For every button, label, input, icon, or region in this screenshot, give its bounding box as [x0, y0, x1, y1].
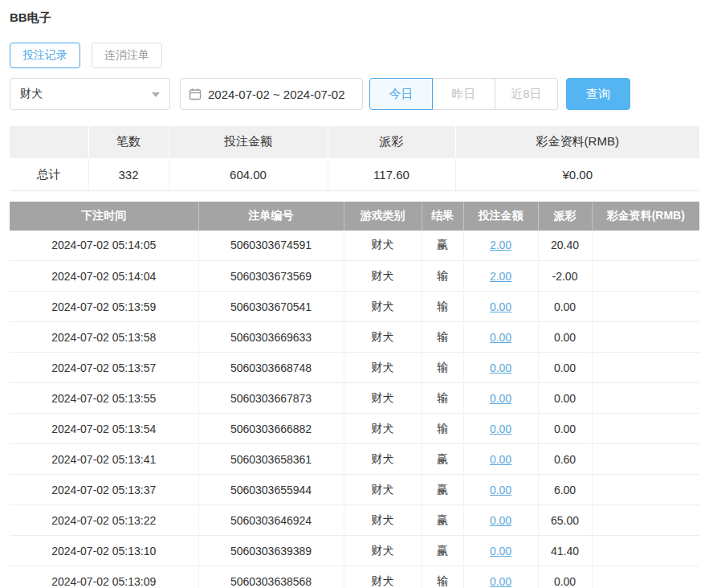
col-order-number: 注单编号 — [198, 202, 344, 231]
result-cell: 赢 — [422, 536, 463, 566]
bet-amount-cell: 0.00 — [463, 414, 538, 444]
bet-amount-link[interactable]: 0.00 — [490, 575, 511, 588]
bet-time-cell: 2024-07-02 05:13:37 — [10, 475, 198, 505]
game-type-cell: 财犬 — [344, 292, 422, 322]
order-number-cell: 5060303639389 — [198, 536, 344, 566]
bonus-cell — [592, 292, 699, 322]
bet-amount-cell: 0.00 — [463, 444, 538, 475]
summary-col-bet-amount: 投注金额 — [169, 126, 328, 158]
payout-cell: 0.00 — [538, 414, 592, 444]
bet-amount-link[interactable]: 0.00 — [490, 392, 511, 405]
bet-table-header-row: 下注时间 注单编号 游戏类别 结果 投注金额 派彩 彩金资料(RMB) — [10, 202, 699, 231]
bet-table: 下注时间 注单编号 游戏类别 结果 投注金额 派彩 彩金资料(RMB) 2024… — [10, 202, 699, 588]
bonus-cell — [592, 566, 699, 588]
yesterday-button[interactable]: 昨日 — [432, 78, 495, 110]
col-game-type: 游戏类别 — [344, 202, 422, 231]
payout-cell: 41.40 — [538, 536, 592, 566]
page-title: BB电子 — [10, 10, 709, 26]
payout-cell: 0.60 — [538, 444, 592, 475]
game-select[interactable]: 财犬 — [10, 78, 170, 110]
bet-amount-link[interactable]: 0.00 — [490, 514, 511, 527]
bonus-cell — [592, 353, 699, 383]
order-number-cell: 5060303638568 — [198, 566, 344, 588]
order-number-cell: 5060303646924 — [198, 505, 344, 536]
summary-total-row: 总计 332 604.00 117.60 ¥0.00 — [10, 158, 699, 190]
bet-amount-link[interactable]: 0.00 — [490, 545, 511, 557]
bet-amount-cell: 0.00 — [463, 322, 538, 353]
result-cell: 输 — [422, 566, 463, 588]
payout-cell: 6.00 — [538, 475, 592, 505]
summary-col-payout: 派彩 — [328, 126, 455, 158]
summary-col-bonus: 彩金资料(RMB) — [455, 126, 699, 158]
game-type-cell: 财犬 — [344, 505, 422, 536]
tab-bar: 投注记录 连消注单 — [10, 43, 709, 68]
bet-amount-link[interactable]: 0.00 — [490, 423, 511, 435]
payout-cell: 0.00 — [538, 322, 592, 353]
bet-time-cell: 2024-07-02 05:13:58 — [10, 322, 198, 353]
bet-amount-cell: 0.00 — [463, 353, 538, 383]
table-row: 2024-07-02 05:13:555060303667873财犬输0.000… — [10, 383, 699, 414]
table-row: 2024-07-02 05:13:095060303638568财犬输0.000… — [10, 566, 699, 588]
result-cell: 赢 — [422, 475, 463, 505]
bet-time-cell: 2024-07-02 05:13:09 — [10, 566, 198, 588]
quick-date-button-group: 今日 昨日 近8日 — [369, 78, 558, 110]
today-button[interactable]: 今日 — [369, 78, 433, 110]
game-type-cell: 财犬 — [344, 231, 422, 261]
bonus-cell — [592, 536, 699, 566]
tab-bet-records[interactable]: 投注记录 — [10, 43, 80, 68]
bet-table-body: 2024-07-02 05:14:055060303674591财犬赢2.002… — [10, 231, 699, 588]
bonus-cell — [592, 383, 699, 414]
payout-cell: 65.00 — [538, 505, 592, 536]
order-number-cell: 5060303666882 — [198, 414, 344, 444]
bet-amount-cell: 0.00 — [463, 536, 538, 566]
bet-time-cell: 2024-07-02 05:13:59 — [10, 292, 198, 322]
bet-amount-cell: 0.00 — [463, 505, 538, 536]
summary-total-label: 总计 — [10, 158, 88, 190]
game-type-cell: 财犬 — [344, 261, 422, 292]
bonus-cell — [592, 322, 699, 353]
payout-cell: 0.00 — [538, 566, 592, 588]
bet-time-cell: 2024-07-02 05:13:10 — [10, 536, 198, 566]
bet-amount-link[interactable]: 0.00 — [490, 453, 511, 466]
payout-cell: 0.00 — [538, 383, 592, 414]
bet-time-cell: 2024-07-02 05:13:41 — [10, 444, 198, 475]
table-row: 2024-07-02 05:13:415060303658361财犬赢0.000… — [10, 444, 699, 475]
bonus-cell — [592, 414, 699, 444]
game-type-cell: 财犬 — [344, 414, 422, 444]
order-number-cell: 5060303658361 — [198, 444, 344, 475]
tab-cancelled-orders[interactable]: 连消注单 — [92, 43, 162, 68]
bet-amount-link[interactable]: 0.00 — [490, 361, 511, 374]
bet-amount-link[interactable]: 0.00 — [490, 331, 511, 344]
table-row: 2024-07-02 05:13:575060303668748财犬输0.000… — [10, 353, 699, 383]
bet-time-cell: 2024-07-02 05:14:04 — [10, 261, 198, 292]
col-payout: 派彩 — [538, 202, 592, 231]
result-cell: 输 — [422, 414, 463, 444]
result-cell: 赢 — [422, 505, 463, 536]
summary-table: 笔数 投注金额 派彩 彩金资料(RMB) 总计 332 604.00 117.6… — [10, 126, 699, 191]
result-cell: 赢 — [422, 231, 463, 261]
game-type-cell: 财犬 — [344, 383, 422, 414]
col-bet-time: 下注时间 — [10, 202, 198, 231]
search-button[interactable]: 查询 — [566, 78, 630, 110]
bet-amount-link[interactable]: 0.00 — [490, 300, 511, 313]
result-cell: 输 — [422, 322, 463, 353]
table-row: 2024-07-02 05:13:595060303670541财犬输0.000… — [10, 292, 699, 322]
game-type-cell: 财犬 — [344, 444, 422, 475]
game-select-value: 财犬 — [20, 87, 43, 101]
payout-cell: -2.00 — [538, 261, 592, 292]
table-row: 2024-07-02 05:14:045060303673569财犬输2.00-… — [10, 261, 699, 292]
bet-amount-link[interactable]: 2.00 — [490, 239, 511, 251]
bet-amount-link[interactable]: 2.00 — [490, 270, 511, 283]
date-range-input[interactable]: 2024-07-02 ~ 2024-07-02 — [180, 78, 363, 110]
bet-time-cell: 2024-07-02 05:13:22 — [10, 505, 198, 536]
table-row: 2024-07-02 05:13:105060303639389财犬赢0.004… — [10, 536, 699, 566]
last-8-days-button[interactable]: 近8日 — [495, 78, 558, 110]
bet-amount-cell: 2.00 — [463, 261, 538, 292]
game-type-cell: 财犬 — [344, 536, 422, 566]
summary-total-bet-amount: 604.00 — [169, 158, 328, 190]
order-number-cell: 5060303669633 — [198, 322, 344, 353]
bonus-cell — [592, 505, 699, 536]
bet-amount-link[interactable]: 0.00 — [490, 484, 511, 496]
bet-time-cell: 2024-07-02 05:13:57 — [10, 353, 198, 383]
page: BB电子 投注记录 连消注单 财犬 2024-07-02 ~ 2024-07-0… — [0, 10, 709, 588]
